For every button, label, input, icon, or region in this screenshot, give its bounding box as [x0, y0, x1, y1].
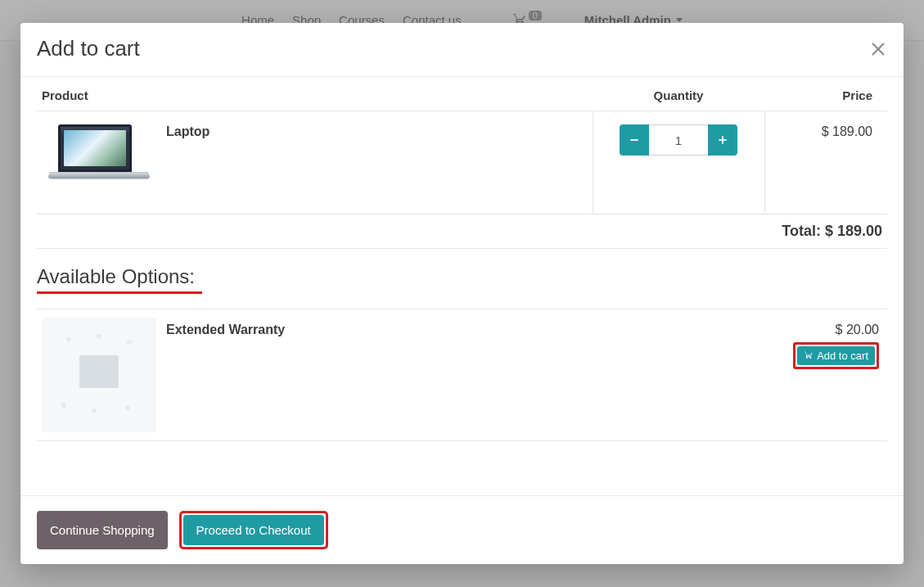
- options-heading: Available Options:: [37, 265, 887, 288]
- quantity-stepper: [620, 124, 737, 156]
- svg-rect-2: [630, 139, 638, 141]
- close-icon: [869, 40, 887, 58]
- option-image-placeholder: [42, 318, 156, 432]
- modal-body: Product Quantity Price Laptop: [20, 77, 904, 495]
- cart-table: Product Quantity Price Laptop: [37, 77, 887, 249]
- svg-rect-4: [722, 136, 723, 143]
- total-value: $ 189.00: [825, 223, 882, 239]
- col-price: Price: [764, 77, 887, 111]
- plus-icon: [717, 134, 728, 146]
- cart-icon: [804, 350, 814, 362]
- options-heading-underline: [37, 291, 202, 294]
- add-to-cart-modal: Add to cart Product Quantity Price: [20, 23, 904, 564]
- highlight-box: Proceed to Checkout: [179, 511, 328, 549]
- col-product: Product: [37, 77, 593, 111]
- total-row: Total: $ 189.00: [37, 214, 887, 249]
- option-add-label: Add to cart: [817, 350, 868, 362]
- option-add-to-cart-button[interactable]: Add to cart: [797, 346, 875, 365]
- close-button[interactable]: [869, 40, 887, 58]
- option-price: $ 20.00: [761, 323, 879, 337]
- col-quantity: Quantity: [593, 77, 764, 111]
- cart-row: Laptop $ 189.00: [37, 111, 887, 214]
- minus-icon: [629, 134, 640, 146]
- product-price: $ 189.00: [764, 111, 887, 214]
- qty-increase-button[interactable]: [708, 124, 737, 156]
- qty-decrease-button[interactable]: [620, 124, 649, 156]
- qty-input[interactable]: [649, 124, 708, 156]
- options-table: Extended Warranty $ 20.00 Add to cart: [37, 309, 887, 441]
- modal-footer: Continue Shopping Proceed to Checkout: [20, 495, 904, 564]
- option-name: Extended Warranty: [161, 309, 756, 441]
- proceed-to-checkout-button[interactable]: Proceed to Checkout: [183, 515, 324, 545]
- continue-shopping-button[interactable]: Continue Shopping: [37, 511, 168, 549]
- modal-title: Add to cart: [37, 36, 140, 61]
- highlight-box: Add to cart: [793, 342, 879, 369]
- option-row: Extended Warranty $ 20.00 Add to cart: [37, 309, 887, 441]
- total-label: Total:: [782, 223, 821, 239]
- product-image: [42, 120, 156, 205]
- modal-header: Add to cart: [20, 23, 904, 77]
- product-name: Laptop: [161, 111, 593, 214]
